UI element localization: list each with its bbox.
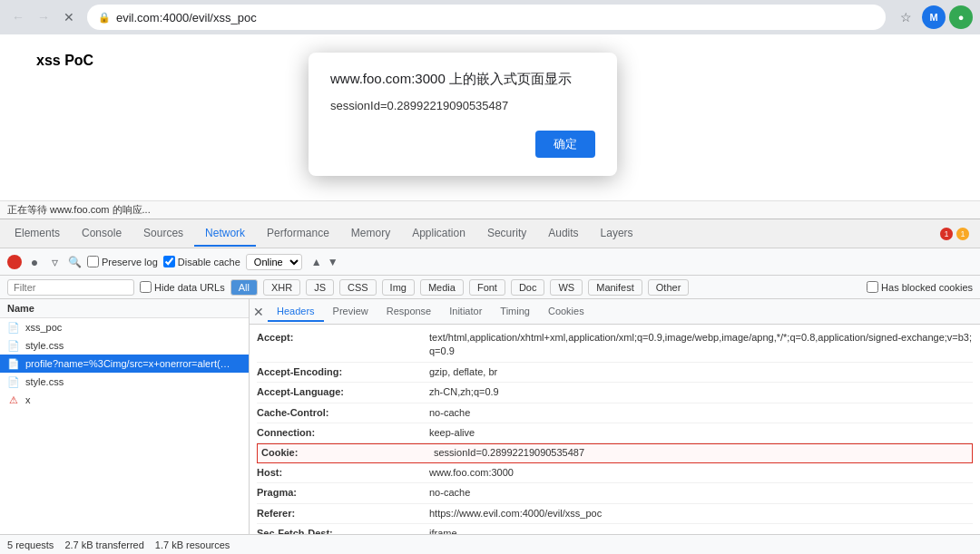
modal-ok-button[interactable]: 确定 xyxy=(535,131,595,158)
tab-performance[interactable]: Performance xyxy=(256,221,340,247)
header-value: no-cache xyxy=(429,406,470,420)
preserve-log-checkbox[interactable] xyxy=(87,256,99,267)
filter-img-button[interactable]: Img xyxy=(382,279,415,296)
profile-avatar[interactable]: M xyxy=(922,5,946,29)
filter-doc-button[interactable]: Doc xyxy=(511,279,545,296)
header-row-cache-control: Cache-Control: no-cache xyxy=(257,403,973,423)
clear-button[interactable]: ● xyxy=(27,255,42,269)
filter-other-button[interactable]: Other xyxy=(648,279,690,296)
file-item-style1[interactable]: 📄 style.css xyxy=(0,336,249,355)
file-list-header: Name xyxy=(0,299,249,318)
header-row-pragma: Pragma: no-cache xyxy=(257,483,973,503)
filter-input[interactable] xyxy=(7,279,134,296)
filter-xhr-button[interactable]: XHR xyxy=(263,279,300,296)
preserve-log-label[interactable]: Preserve log xyxy=(87,256,158,267)
detail-tab-headers[interactable]: Headers xyxy=(268,302,324,322)
tab-console[interactable]: Console xyxy=(71,221,132,247)
file-item-xss-poc[interactable]: 📄 xss_poc xyxy=(0,318,249,336)
file-name: profile?name=%3Cimg/src=x+onerror=alert(… xyxy=(25,358,234,369)
header-name: Pragma: xyxy=(257,486,429,500)
toolbar-right: ☆ M ● xyxy=(893,5,973,30)
header-name: Accept-Encoding: xyxy=(257,365,429,379)
file-name: x xyxy=(25,394,31,405)
filter-row: Hide data URLs All XHR JS CSS Img Media … xyxy=(0,276,980,299)
devtools-status-bar: 5 requests 2.7 kB transferred 1.7 kB res… xyxy=(0,534,980,554)
disable-cache-checkbox[interactable] xyxy=(163,256,175,267)
filter-icon[interactable]: ▿ xyxy=(47,255,62,269)
header-value: sessionId=0.28992219090535487 xyxy=(434,446,584,460)
tab-audits[interactable]: Audits xyxy=(537,221,589,247)
blocked-cookies-label[interactable]: Has blocked cookies xyxy=(867,281,973,293)
record-button[interactable] xyxy=(7,255,22,269)
blocked-cookies-checkbox[interactable] xyxy=(867,281,878,293)
blocked-cookies-text: Has blocked cookies xyxy=(881,282,973,293)
headers-content: Accept: text/html,application/xhtml+xml,… xyxy=(250,325,980,534)
browser-window: ← → ✕ 🔒 evil.com:4000/evil/xss_poc ☆ M ●… xyxy=(0,0,980,554)
tab-layers[interactable]: Layers xyxy=(590,221,644,247)
filter-all-button[interactable]: All xyxy=(230,279,258,296)
tab-application[interactable]: Application xyxy=(401,221,476,247)
search-button[interactable]: 🔍 xyxy=(67,255,82,269)
filter-manifest-button[interactable]: Manifest xyxy=(588,279,642,296)
modal-footer: 确定 xyxy=(330,131,595,158)
header-name: Referer: xyxy=(257,507,429,520)
star-button[interactable]: ☆ xyxy=(893,5,918,30)
filter-ws-button[interactable]: WS xyxy=(550,279,583,296)
detail-tab-cookies[interactable]: Cookies xyxy=(539,302,593,322)
detail-panel: ✕ Headers Preview Response Initiator Tim… xyxy=(250,299,980,534)
file-item-style2[interactable]: 📄 style.css xyxy=(0,373,249,391)
network-content: Name 📄 xss_poc 📄 style.css 📄 profile?nam… xyxy=(0,299,980,534)
header-row-referer: Referer: https://www.evil.com:4000/evil/… xyxy=(257,504,973,524)
filter-font-button[interactable]: Font xyxy=(469,279,505,296)
filter-js-button[interactable]: JS xyxy=(306,279,334,296)
file-item-x[interactable]: ⚠ x xyxy=(0,391,249,409)
modal-dialog: www.foo.com:3000 上的嵌入式页面显示 sessionId=0.2… xyxy=(309,53,617,176)
disable-cache-label[interactable]: Disable cache xyxy=(163,256,240,267)
detail-tab-response[interactable]: Response xyxy=(377,302,441,322)
back-button[interactable]: ← xyxy=(7,6,29,28)
tab-network[interactable]: Network xyxy=(194,221,256,247)
filter-css-button[interactable]: CSS xyxy=(339,279,377,296)
file-item-profile[interactable]: 📄 profile?name=%3Cimg/src=x+onerror=aler… xyxy=(0,355,249,373)
detail-tab-timing[interactable]: Timing xyxy=(491,302,539,322)
network-toolbar: ● ▿ 🔍 Preserve log Disable cache Online … xyxy=(0,248,980,276)
file-icon: 📄 xyxy=(7,375,20,388)
file-name: style.css xyxy=(25,376,64,387)
hide-data-urls-label[interactable]: Hide data URLs xyxy=(140,281,225,293)
hide-data-urls-checkbox[interactable] xyxy=(140,281,152,293)
header-name: Cache-Control: xyxy=(257,406,429,420)
forward-button[interactable]: → xyxy=(33,6,54,28)
nav-buttons: ← → ✕ xyxy=(7,6,80,28)
warn-count: 1 xyxy=(956,228,969,240)
detail-tab-preview[interactable]: Preview xyxy=(324,302,377,322)
throttling-select[interactable]: Online xyxy=(246,254,302,270)
tab-security[interactable]: Security xyxy=(476,221,537,247)
header-name: Host: xyxy=(257,466,429,480)
address-bar[interactable]: 🔒 evil.com:4000/evil/xss_poc xyxy=(87,5,886,30)
tab-elements[interactable]: Elements xyxy=(4,221,71,247)
detail-close-button[interactable]: ✕ xyxy=(253,305,264,319)
menu-button[interactable]: ● xyxy=(949,5,973,29)
header-row-connection: Connection: keep-alive xyxy=(257,423,973,443)
file-icon: 📄 xyxy=(7,321,20,334)
page-area: xss PoC profile page www.foo.com:3000 上的… xyxy=(0,34,980,554)
header-value: no-cache xyxy=(429,486,470,500)
header-name: Sec-Fetch-Dest: xyxy=(257,527,429,534)
tab-memory[interactable]: Memory xyxy=(340,221,401,247)
file-icon: 📄 xyxy=(7,357,20,370)
filter-media-button[interactable]: Media xyxy=(420,279,464,296)
header-value: text/html,application/xhtml+xml,applicat… xyxy=(429,331,973,359)
error-count: 1 xyxy=(940,228,953,240)
transferred-size: 2.7 kB transferred xyxy=(64,539,143,550)
reload-button[interactable]: ✕ xyxy=(58,6,80,28)
modal-content: sessionId=0.28992219090535487 xyxy=(330,99,595,112)
detail-tabs: ✕ Headers Preview Response Initiator Tim… xyxy=(250,299,980,325)
url-text: evil.com:4000/evil/xss_poc xyxy=(116,11,257,24)
header-row-sec-fetch-dest: Sec-Fetch-Dest: iframe xyxy=(257,524,973,534)
file-icon: 📄 xyxy=(7,339,20,352)
hide-data-urls-text: Hide data URLs xyxy=(154,282,225,293)
header-value: https://www.evil.com:4000/evil/xss_poc xyxy=(429,507,602,520)
tab-sources[interactable]: Sources xyxy=(132,221,194,247)
detail-tab-initiator[interactable]: Initiator xyxy=(440,302,491,322)
modal-title: www.foo.com:3000 上的嵌入式页面显示 xyxy=(330,71,595,88)
